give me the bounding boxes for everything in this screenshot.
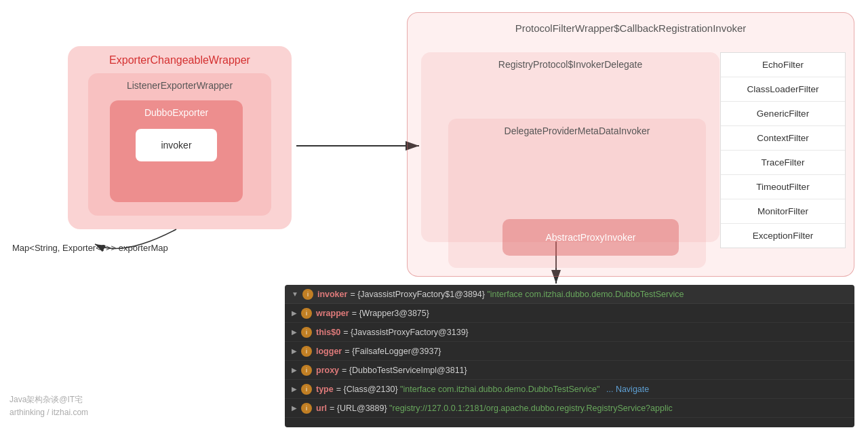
- debug-key-1: wrapper: [316, 309, 349, 318]
- debug-arrow-3: ▶: [292, 347, 297, 355]
- debug-icon-3: i: [301, 346, 312, 357]
- protocol-filter-wrapper: ProtocolFilterWrapper$CallbackRegistrati…: [407, 12, 854, 277]
- debug-value-4: = {DubboTestServiceImpl@3811}: [342, 366, 467, 375]
- delegate-provider-label: DelegateProviderMetaDataInvoker: [505, 125, 650, 136]
- debug-icon-0: i: [302, 289, 313, 300]
- debug-arrow-2: ▶: [292, 328, 297, 336]
- debug-icon-5: i: [301, 384, 312, 395]
- debug-row-invoker: ▼ i invoker = {JavassistProxyFactory$1@3…: [285, 285, 854, 304]
- watermark-line2: arthinking / itzhai.com: [9, 406, 88, 419]
- filter-context: ContextFilter: [721, 126, 845, 151]
- exporter-map-label: Map<String, Exporter<?>> exporterMap: [12, 243, 168, 253]
- debug-key-6: url: [316, 404, 327, 413]
- filter-generic: GenericFilter: [721, 102, 845, 126]
- debug-icon-1: i: [301, 308, 312, 319]
- abstract-proxy-label: AbstractProxyInvoker: [545, 232, 635, 243]
- listener-exporter-label: ListenerExporterWrapper: [127, 80, 233, 91]
- debug-value-1: = {Wrapper3@3875}: [352, 309, 429, 318]
- debug-value-3: = {FailsafeLogger@3937}: [344, 347, 441, 356]
- filter-exception: ExceptionFilter: [721, 224, 845, 248]
- debug-arrow-5: ▶: [292, 385, 297, 393]
- filter-echo: EchoFilter: [721, 53, 845, 77]
- filter-classloader: ClassLoaderFilter: [721, 77, 845, 102]
- filter-timeout: TimeoutFilter: [721, 175, 845, 199]
- debug-panel: ▼ i invoker = {JavassistProxyFactory$1@3…: [285, 285, 854, 427]
- debug-navigate-5: ... Navigate: [604, 385, 650, 394]
- debug-string-0: "interface com.itzhai.dubbo.demo.DubboTe…: [485, 290, 684, 299]
- debug-value-0: = {JavassistProxyFactory$1@3894}: [350, 290, 485, 299]
- debug-value-5: = {Class@2130}: [336, 385, 398, 394]
- debug-arrow-0: ▼: [292, 290, 298, 298]
- registry-protocol-label: RegistryProtocol$InvokerDelegate: [498, 59, 642, 70]
- invoker-box: invoker: [136, 129, 217, 161]
- debug-row-url: ▶ i url = {URL@3889} "registry://127.0.0…: [285, 399, 854, 418]
- debug-key-0: invoker: [317, 290, 347, 299]
- debug-string-6: "registry://127.0.0.1:2181/org.apache.du…: [387, 404, 673, 413]
- debug-key-2: this$0: [316, 328, 340, 337]
- delegate-provider-container: DelegateProviderMetaDataInvoker Abstract…: [448, 119, 706, 268]
- diagram-container: ExporterChangeableWrapper ListenerExport…: [0, 0, 868, 430]
- debug-row-wrapper: ▶ i wrapper = {Wrapper3@3875}: [285, 304, 854, 323]
- invoker-box-label: invoker: [161, 140, 191, 151]
- filter-monitor: MonitorFilter: [721, 199, 845, 224]
- debug-value-6: = {URL@3889}: [330, 404, 387, 413]
- debug-row-type: ▶ i type = {Class@2130} "interface com.i…: [285, 380, 854, 399]
- watermark: Java架构杂谈@IT宅 arthinking / itzhai.com: [9, 393, 88, 419]
- filter-list: EchoFilter ClassLoaderFilter GenericFilt…: [720, 52, 846, 248]
- debug-arrow-4: ▶: [292, 366, 297, 374]
- debug-key-3: logger: [316, 347, 342, 356]
- debug-key-4: proxy: [316, 366, 339, 375]
- debug-value-2: = {JavassistProxyFactory@3139}: [343, 328, 469, 337]
- debug-arrow-6: ▶: [292, 404, 297, 412]
- filter-trace: TraceFilter: [721, 151, 845, 175]
- debug-key-5: type: [316, 385, 334, 394]
- debug-arrow-1: ▶: [292, 309, 297, 317]
- registry-protocol-container: RegistryProtocol$InvokerDelegate Delegat…: [421, 52, 719, 242]
- debug-row-logger: ▶ i logger = {FailsafeLogger@3937}: [285, 342, 854, 361]
- debug-icon-4: i: [301, 365, 312, 376]
- abstract-proxy-invoker: AbstractProxyInvoker: [502, 219, 679, 256]
- debug-row-this0: ▶ i this$0 = {JavassistProxyFactory@3139…: [285, 323, 854, 342]
- debug-string-5: "interface com.itzhai.dubbo.demo.DubboTe…: [398, 385, 600, 394]
- protocol-filter-label: ProtocolFilterWrapper$CallbackRegistrati…: [515, 22, 747, 34]
- debug-icon-2: i: [301, 327, 312, 338]
- debug-row-proxy: ▶ i proxy = {DubboTestServiceImpl@3811}: [285, 361, 854, 380]
- exporter-changeable-label: ExporterChangeableWrapper: [109, 54, 250, 66]
- debug-icon-6: i: [301, 403, 312, 414]
- dubbo-exporter-label: DubboExporter: [144, 107, 208, 118]
- watermark-line1: Java架构杂谈@IT宅: [9, 393, 88, 406]
